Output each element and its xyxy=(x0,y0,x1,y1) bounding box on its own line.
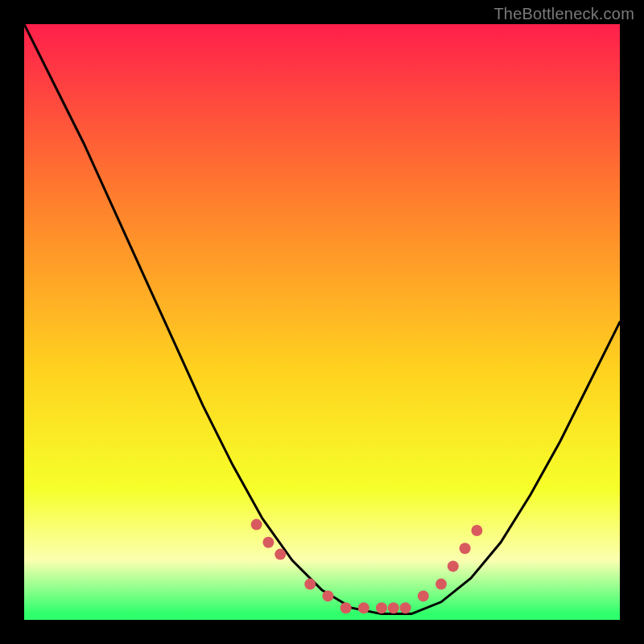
attribution-label: TheBottleneck.com xyxy=(493,5,634,23)
curve-marker xyxy=(388,602,399,613)
curve-marker xyxy=(341,602,352,613)
curve-layer xyxy=(24,24,620,620)
curve-marker xyxy=(418,590,429,601)
curve-marker xyxy=(400,602,411,613)
chart-stage: TheBottleneck.com xyxy=(0,0,644,644)
curve-marker xyxy=(460,543,471,554)
plot-area xyxy=(24,24,620,620)
curve-marker xyxy=(275,549,286,560)
curve-marker xyxy=(322,590,333,601)
curve-marker xyxy=(448,560,459,572)
curve-marker xyxy=(436,579,447,590)
curve-marker xyxy=(262,537,274,548)
curve-marker xyxy=(251,519,262,530)
curve-marker xyxy=(471,525,482,536)
curve-marker xyxy=(304,579,316,590)
curve-marker xyxy=(358,602,369,613)
curve-marker xyxy=(376,602,387,613)
marker-group xyxy=(251,519,483,614)
bottleneck-curve xyxy=(24,24,620,614)
